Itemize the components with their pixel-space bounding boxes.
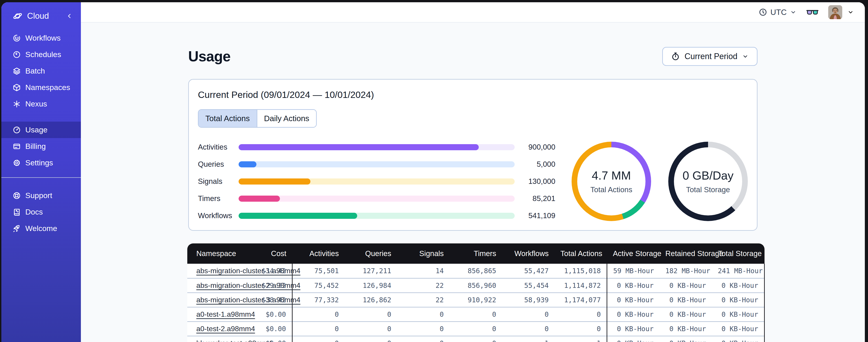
tab-total-actions[interactable]: Total Actions [198, 110, 257, 127]
sidebar-item-billing[interactable]: Billing [1, 138, 81, 155]
bar-fill [239, 178, 310, 184]
bar-fill [239, 196, 280, 202]
value-cell: 22 [397, 278, 450, 293]
settings-icon [13, 159, 21, 167]
value-cell: 0 KB-Hour [712, 278, 764, 293]
bar-fill [239, 161, 256, 167]
namespace-cell: abs-migration-cluster-2.a98mm4 [187, 278, 240, 293]
bar-label: Signals [198, 177, 239, 186]
value-cell: 0 KB-Hour [659, 321, 712, 336]
sidebar-item-namespaces[interactable]: Namespaces [1, 79, 81, 96]
total-actions-label: Total Actions [590, 185, 632, 194]
sidebar-item-nexus[interactable]: Nexus [1, 96, 81, 112]
value-cell: 0 [292, 307, 344, 321]
value-cell: 856,865 [450, 264, 502, 278]
value-cell: 241 MB-Hour [712, 264, 764, 278]
summary-donuts: 4.7 MM Total Actions 0 GB/Day Total Stor… [571, 142, 748, 221]
value-cell: 126,862 [345, 293, 397, 307]
column-header-namespace: Namespace [187, 243, 240, 264]
value-cell: 0 KB-Hour [659, 278, 712, 293]
sidebar-item-docs[interactable]: Docs [1, 204, 81, 220]
period-select-button[interactable]: Current Period [662, 47, 757, 66]
sidebar-item-settings[interactable]: Settings [1, 155, 81, 171]
value-cell: 0 [397, 321, 450, 336]
value-cell: 0 KB-Hour [659, 307, 712, 321]
value-cell: 1 [555, 336, 607, 342]
value-cell: 126,984 [345, 278, 397, 293]
table-row: bk-worker-test.a98mm4$0.000000110 KB-Hou… [187, 336, 765, 342]
column-header-signals: Signals [397, 243, 450, 264]
value-cell: 0 KB-Hour [659, 293, 712, 307]
batch-icon [13, 67, 21, 75]
sidebar-item-label: Workflows [25, 34, 61, 42]
value-cell: 58,939 [502, 293, 554, 307]
sidebar-item-label: Namespaces [25, 83, 70, 92]
sidebar-item-label: Nexus [25, 100, 47, 108]
content-area: UTC [81, 2, 865, 342]
chevron-down-icon [790, 9, 797, 15]
sidebar-item-batch[interactable]: Batch [1, 63, 81, 79]
timezone-picker[interactable]: UTC [758, 8, 797, 17]
value-cell: 1,114,872 [555, 278, 607, 293]
bar-label: Timers [198, 194, 239, 203]
actions-bar-chart: Activities900,000Queries5,000Signals130,… [198, 143, 555, 220]
sidebar-item-welcome[interactable]: Welcome [1, 220, 81, 237]
brand-label: Cloud [27, 11, 65, 21]
glasses-icon[interactable] [806, 7, 819, 17]
total-storage-label: Total Storage [686, 185, 730, 194]
value-cell: 910,922 [450, 293, 502, 307]
namespace-usage-table: NamespaceCostActivitiesQueriesSignalsTim… [187, 243, 765, 342]
namespace-link[interactable]: a0-test-1.a98mm4 [196, 310, 255, 318]
sidebar-item-label: Usage [25, 126, 48, 134]
sidebar-collapse-button[interactable] [65, 12, 73, 20]
bar-value: 130,000 [515, 177, 555, 186]
bar-label: Workflows [198, 211, 239, 220]
bar-row-workflows: Workflows541,109 [198, 211, 555, 220]
column-header-active-storage: Active Storage [607, 243, 659, 264]
value-cell: 0 KB-Hour [607, 278, 659, 293]
column-header-total-storage: Total Storage [712, 243, 764, 264]
bar-label: Activities [198, 143, 239, 151]
sidebar-item-schedules[interactable]: Schedules [1, 46, 81, 63]
value-cell: 0 [345, 321, 397, 336]
column-header-retained-storage: Retained Storage [659, 243, 712, 264]
table-row: a0-test-2.a98mm4$0.000000000 KB-Hour0 KB… [187, 321, 765, 336]
column-header-timers: Timers [450, 243, 502, 264]
bar-value: 900,000 [515, 143, 555, 151]
user-avatar [828, 5, 842, 19]
user-menu[interactable] [828, 5, 854, 19]
tab-daily-actions[interactable]: Daily Actions [257, 110, 316, 127]
sidebar-nav-account: UsageBillingSettings [1, 122, 81, 171]
sidebar-item-label: Welcome [25, 224, 57, 233]
bar-row-timers: Timers85,201 [198, 194, 555, 203]
sidebar-item-label: Docs [25, 208, 43, 216]
sidebar-item-label: Batch [25, 67, 45, 75]
value-cell: 59 MB-Hour [607, 264, 659, 278]
value-cell: 127,211 [345, 264, 397, 278]
sidebar-item-usage[interactable]: Usage [1, 122, 81, 138]
total-storage-value: 0 GB/Day [683, 169, 733, 182]
app-window: Cloud WorkflowsSchedulesBatchNamespacesN… [1, 2, 865, 342]
workflows-icon [13, 34, 21, 42]
schedules-icon [13, 50, 21, 59]
namespace-cell: bk-worker-test.a98mm4 [187, 336, 240, 342]
value-cell: 0 KB-Hour [712, 321, 764, 336]
card-title: Current Period (09/01/2024 — 10/01/2024) [198, 90, 748, 100]
sidebar-item-label: Schedules [25, 50, 61, 59]
bar-track [239, 161, 515, 167]
chevron-down-icon [847, 9, 854, 15]
sidebar-item-workflows[interactable]: Workflows [1, 30, 81, 46]
value-cell: 1,115,018 [555, 264, 607, 278]
namespace-link[interactable]: bk-worker-test.a98mm4 [196, 339, 272, 342]
table-row: a0-test-1.a98mm4$0.000000000 KB-Hour0 KB… [187, 307, 765, 321]
namespace-link[interactable]: a0-test-2.a98mm4 [196, 324, 255, 333]
value-cell: 0 KB-Hour [712, 336, 764, 342]
actions-tab-group: Total Actions Daily Actions [198, 109, 317, 128]
bar-fill [239, 213, 357, 219]
sidebar-item-label: Settings [25, 158, 53, 167]
sidebar-item-support[interactable]: Support [1, 187, 81, 204]
value-cell: 0 KB-Hour [607, 307, 659, 321]
column-header-queries: Queries [345, 243, 397, 264]
main-scroll-area[interactable]: Usage Current Period Current Period (09/… [81, 23, 865, 342]
value-cell: 22 [397, 293, 450, 307]
